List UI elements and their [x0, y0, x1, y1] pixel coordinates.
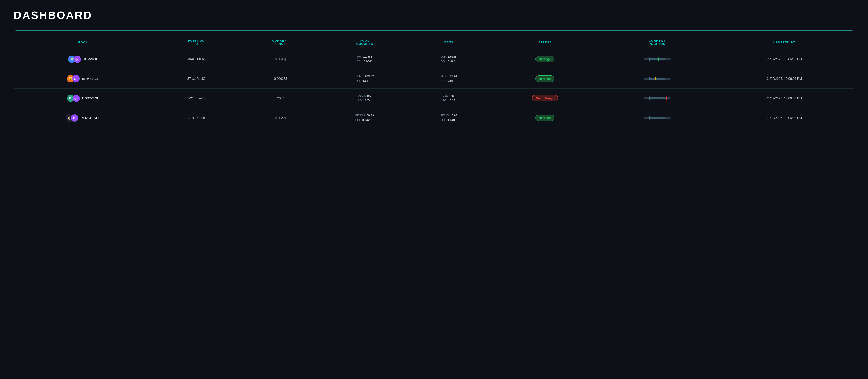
- slider-range: [649, 78, 665, 79]
- sol-icon: ◎: [72, 95, 80, 102]
- col-status: STATUS: [490, 35, 600, 49]
- status-badge-0: In range: [535, 56, 555, 62]
- col-pool-amounts: POOLAMOUNTS: [321, 35, 408, 49]
- sol-icon: ◎: [74, 56, 81, 63]
- col-fees: FEES: [408, 35, 490, 49]
- fees-0: JUP: 1.0583 SOL: 0.0041: [408, 49, 490, 69]
- slider-range: [649, 58, 665, 60]
- current-price-1: 0.00023$: [240, 69, 321, 89]
- fees-3: PENGU: 6.03 SOL: 0.048: [408, 108, 490, 127]
- current-position-3: [600, 108, 714, 127]
- slider-current-indicator: [658, 57, 659, 61]
- current-position-2: [600, 89, 714, 108]
- col-updated-at: UPDATED AT: [714, 35, 854, 49]
- table-body: 🪐 ◎ JUP-SOL 8rAr...AzLw 0.0046$ JUP: 1.0…: [14, 49, 854, 128]
- pool-cell-1: 🐱 ◎ M3M3-SOL: [14, 69, 153, 89]
- table-header: POOL POSITIONID CURRENTPRICE POOLAMOUNTS…: [14, 35, 854, 49]
- pool-name-3: PENGU-SOL: [81, 116, 101, 120]
- svg-text:◎: ◎: [74, 97, 76, 100]
- current-price-3: 0.0029$: [240, 108, 321, 127]
- sol-icon: ◎: [72, 75, 80, 82]
- current-position-0: [600, 49, 714, 69]
- fees-2: USDT: 47 SOL: 0.26: [408, 89, 490, 108]
- col-current-position: CURRENTPOSITION: [600, 35, 714, 49]
- slider-track: [644, 78, 671, 79]
- sol-icon: ◎: [71, 114, 78, 122]
- position-id-2: TW6p...bwT4: [153, 89, 240, 108]
- slider-right-cap: [664, 97, 665, 100]
- slider-right-cap: [664, 57, 665, 61]
- fees-1: M3M3: 35.24 SOL: 0.01: [408, 69, 490, 89]
- page-title: DASHBOARD: [13, 9, 855, 22]
- position-slider: [605, 97, 710, 99]
- slider-right-cap: [664, 116, 665, 120]
- updated-at-2: 01/02/2025, 10:06:06 PM: [714, 89, 854, 108]
- table-row: 🐱 ◎ M3M3-SOL 3Tes...RaUQ 0.00023$ M3ME: …: [14, 69, 854, 89]
- dashboard-table: POOL POSITIONID CURRENTPRICE POOLAMOUNTS…: [14, 35, 854, 127]
- current-price-2: 200$: [240, 89, 321, 108]
- position-slider: [605, 117, 710, 119]
- col-position-id: POSITIONID: [153, 35, 240, 49]
- slider-current-indicator: [666, 97, 666, 100]
- slider-left-cap: [649, 57, 650, 61]
- position-id-3: 2IDx...52Tm: [153, 108, 240, 127]
- pool-name-1: M3M3-SOL: [82, 77, 99, 81]
- slider-range: [649, 97, 665, 99]
- slider-track: [644, 117, 671, 119]
- status-cell-3: In range: [490, 108, 600, 127]
- status-badge-2: Out of Range: [532, 95, 558, 101]
- position-slider: [605, 78, 710, 79]
- slider-current-indicator: [655, 77, 656, 80]
- slider-range: [649, 117, 665, 119]
- svg-text:◎: ◎: [74, 77, 76, 80]
- position-id-0: 8rAr...AzLw: [153, 49, 240, 69]
- svg-text:₮: ₮: [69, 97, 71, 100]
- table-row: ₮ ◎ USDT-SOL TW6p...bwT4 200$ USDT: 150 …: [14, 89, 854, 108]
- table-row: 🐧 ◎ PENGU-SOL 2IDx...52Tm 0.0029$ PENGU:…: [14, 108, 854, 127]
- pool-amounts-1: M3ME: 263.52 SOL: 0.63: [321, 69, 408, 89]
- slider-left-cap: [649, 77, 650, 80]
- slider-current-indicator: [658, 116, 658, 120]
- status-cell-0: In range: [490, 49, 600, 69]
- col-pool: POOL: [14, 35, 153, 49]
- updated-at-1: 01/02/2025, 10:06:04 PM: [714, 69, 854, 89]
- pool-amounts-2: USDT: 150 SOL: 0.74: [321, 89, 408, 108]
- updated-at-3: 01/02/2025, 10:06:08 PM: [714, 108, 854, 127]
- current-position-1: [600, 69, 714, 89]
- status-badge-1: In range: [535, 75, 555, 82]
- status-badge-3: In range: [535, 114, 555, 121]
- slider-track: [644, 58, 671, 60]
- col-current-price: CURRENTPRICE: [240, 35, 321, 49]
- current-price-0: 0.0046$: [240, 49, 321, 69]
- status-cell-1: In range: [490, 69, 600, 89]
- pool-cell-0: 🪐 ◎ JUP-SOL: [14, 49, 153, 69]
- position-slider: [605, 58, 710, 60]
- pool-cell-2: ₮ ◎ USDT-SOL: [14, 89, 153, 108]
- updated-at-0: 01/02/2025, 10:06:08 PM: [714, 49, 854, 69]
- table-row: 🪐 ◎ JUP-SOL 8rAr...AzLw 0.0046$ JUP: 1.0…: [14, 49, 854, 69]
- position-id-1: 3Tes...RaUQ: [153, 69, 240, 89]
- header-row: POOL POSITIONID CURRENTPRICE POOLAMOUNTS…: [14, 35, 854, 49]
- slider-left-cap: [649, 116, 650, 120]
- svg-text:◎: ◎: [73, 117, 75, 119]
- pool-name-0: JUP-SOL: [83, 57, 98, 61]
- dashboard-table-container: POOL POSITIONID CURRENTPRICE POOLAMOUNTS…: [13, 31, 855, 132]
- slider-left-cap: [649, 97, 650, 100]
- svg-text:◎: ◎: [75, 58, 78, 61]
- slider-track: [644, 97, 671, 99]
- pool-amounts-0: JUP: 1.0583 SOL: 0.0041: [321, 49, 408, 69]
- pool-name-2: USDT-SOL: [82, 96, 99, 100]
- status-cell-2: Out of Range: [490, 89, 600, 108]
- pool-cell-3: 🐧 ◎ PENGU-SOL: [14, 108, 153, 127]
- svg-text:🐧: 🐧: [67, 116, 71, 120]
- svg-text:🐱: 🐱: [68, 76, 73, 81]
- slider-right-cap: [664, 77, 665, 80]
- pool-amounts-3: PENGU: 59.33 SOL: 0.042: [321, 108, 408, 127]
